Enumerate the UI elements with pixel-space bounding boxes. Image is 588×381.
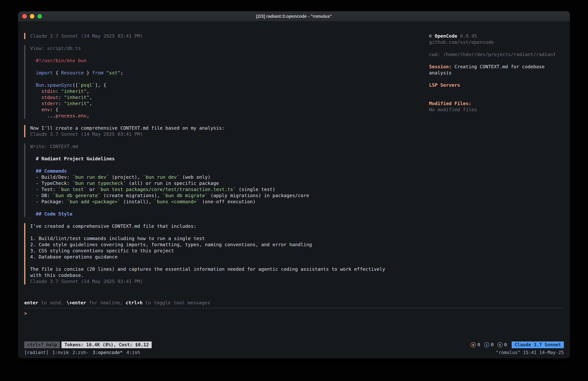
assistant-message: Now I'll create a comprehensive CONTEXT.… [24,125,416,137]
chat-line: - Test: `bun test` or `bun test packages… [30,186,416,192]
text-segment: 3. CSS styling conventions specific to t… [30,248,174,253]
text-segment: ## Commands [30,168,67,174]
text-segment: - DB: [30,193,53,198]
text-segment: I've created a comprehensive CONTEXT.md … [30,224,196,229]
input-help-text: enter to send, \+enter for newline, ctrl… [24,300,564,306]
session-label: Session: [429,64,452,69]
text-segment: (single test) [236,187,275,192]
chat-line: Claude 3.7 Sonnet (14 May 2025 03:41 PM) [30,278,416,285]
desktop-background: [2/3] radiant:3:opencode - "romulus" Cla… [0,0,588,381]
chat-line: stdout: "inherit", [30,94,416,100]
text-segment: `bun db migrate` [163,193,208,198]
cwd-value: cwd: /home/thdxr/dev/projects/radiant/ra… [429,52,556,57]
text-segment [30,95,42,100]
text-segment: process [56,113,75,118]
tmux-window-item[interactable]: 1:nvim [52,350,69,355]
sidebar: © OpenCode 0.0.45 github.com/sst/opencod… [429,33,564,291]
text-segment: - TypeCheck: [30,180,72,186]
text-segment: \+enter [66,300,86,305]
info-icon: i [484,342,489,347]
content-row: Claude 3.7 Sonnet (14 May 2025 03:41 PM)… [24,33,564,291]
tmux-session-name: [radiant] [24,350,49,356]
chat-line: 1. Build/lint/test commands including ho… [30,235,416,242]
repo-link[interactable]: github.com/sst/opencode [429,39,564,45]
message-input[interactable]: > [24,310,564,316]
text-segment: View: script/db.ts [30,45,81,51]
text-segment: : [58,95,64,100]
tmux-window-item[interactable]: 2:zsh- [72,350,89,355]
text-segment: (install), [120,199,154,204]
text-segment: , [89,95,92,100]
text-segment: env [78,113,86,118]
text-segment: env [42,107,50,112]
tmux-window-item[interactable]: 3:opencode* [93,350,123,355]
text-segment: or [86,187,98,192]
chat-line [30,150,416,156]
chat-line: ## Code Style [30,211,416,217]
text-segment: "inherit" [64,101,89,106]
text-segment: "sst" [106,70,120,76]
model-chip[interactable]: Claude 3.7 Sonnet [512,341,564,348]
text-segment: "inherit" [64,95,89,100]
tmux-windows: [radiant]1:nvim2:zsh-3:opencode*4:zsh [24,350,144,356]
sidebar-blank [429,94,564,100]
input-area: enter to send, \+enter for newline, ctrl… [24,300,564,339]
chat-line: Claude 3.7 Sonnet (14 May 2025 03:41 PM) [30,33,416,39]
sidebar-blank [429,57,564,64]
diagnostic-hints: h0 [498,342,507,348]
text-segment: to toggle tool messages [143,300,210,305]
tmux-window-item[interactable]: 4:zsh [126,350,140,355]
hints-icon: h [498,342,503,347]
chat-line [30,260,416,266]
text-segment: `bun test` [58,187,87,192]
text-segment [30,89,42,94]
text-segment [30,107,42,112]
text-segment: , [86,89,89,94]
minimize-button[interactable] [30,14,34,19]
text-segment: (project), [109,174,143,180]
text-segment: ... [30,113,56,118]
text-segment: ([ [72,82,78,88]
text-segment: `bun run typecheck` [72,180,126,186]
text-segment: - Build/Dev: [30,174,72,180]
text-segment: `bun run dev` [72,174,109,180]
text-segment: enter [24,300,38,305]
hints-count: 0 [504,342,507,348]
chat-line: ...process.env, [30,113,416,119]
status-bar: ctrl+? help Tokens: 16.4K (8%), Cost: $0… [24,341,564,348]
window-title: [2/3] radiant:3:opencode - "romulus" [256,14,332,19]
chat-line: ## Commands [30,168,416,174]
text-segment: import [36,70,53,76]
help-shortcut-chip[interactable]: ctrl+? help [24,341,60,348]
sidebar-blank [429,76,564,82]
text-segment: ], { [95,82,106,88]
terminal-window: [2/3] radiant:3:opencode - "romulus" Cla… [18,11,570,359]
warnings-icon: W [471,342,476,347]
text-segment: `bun test packages/core/test/transaction… [98,187,236,192]
zoom-button[interactable] [38,14,42,19]
text-segment: , [86,113,89,118]
chat-line: stdin: "inherit", [30,88,416,94]
text-segment: to send, [38,300,66,305]
text-segment: # Radiant Project Guidelines [30,156,115,161]
text-segment: with this codebase. [30,272,84,278]
text-segment: ; [120,70,123,76]
text-segment [104,70,106,76]
app-version: 0.0.45 [460,33,477,39]
text-segment: (web only) [179,174,210,180]
info-count: 0 [491,342,494,348]
text-segment: for newline, [86,300,126,305]
message-input-extra-space[interactable] [24,316,564,339]
sidebar-blank [429,88,564,94]
text-segment: The file is concise (20 lines) and captu… [30,266,385,272]
opencode-logo-icon: © [429,33,432,39]
text-segment: - Test: [30,187,58,192]
chat-line [30,162,416,168]
chat-line: with this codebase. [30,272,416,278]
text-segment: 1. Build/lint/test commands including ho… [30,236,205,241]
text-segment: stderr [42,101,58,106]
chat-line: View: script/db.ts [30,45,416,51]
text-segment: Write: CONTEXT.md [30,144,78,149]
diagnostics-counters: W0i0h0 [471,342,507,348]
close-button[interactable] [22,14,27,19]
